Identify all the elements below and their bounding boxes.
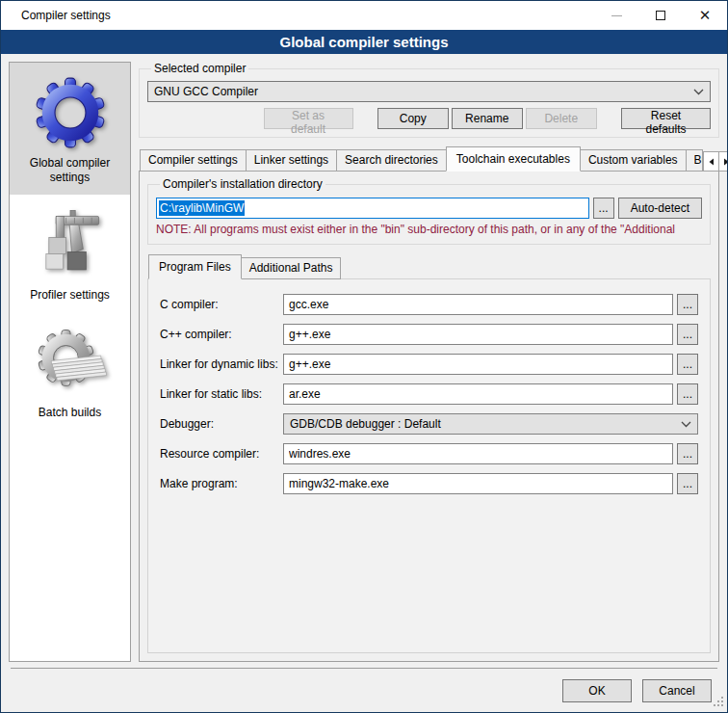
c-compiler-browse-button[interactable]: ... bbox=[677, 294, 698, 315]
resource-compiler-browse-button[interactable]: ... bbox=[677, 443, 698, 464]
installation-directory-value: C:\raylib\MinGW bbox=[159, 200, 245, 216]
tab-compiler-settings[interactable]: Compiler settings bbox=[140, 149, 247, 172]
installation-directory-input[interactable]: C:\raylib\MinGW bbox=[156, 198, 589, 219]
ok-button[interactable]: OK bbox=[562, 679, 632, 702]
sidebar-item-label: Global compiler settings bbox=[13, 156, 126, 185]
caliper-icon bbox=[32, 207, 109, 282]
toolchain-executables-page: Compiler's installation directory C:\ray… bbox=[139, 171, 719, 662]
subtab-additional-paths[interactable]: Additional Paths bbox=[241, 257, 342, 279]
dynamic-linker-label: Linker for dynamic libs: bbox=[160, 357, 283, 371]
copy-button[interactable]: Copy bbox=[377, 108, 449, 129]
minimize-button[interactable] bbox=[594, 1, 638, 30]
blue-gear-icon bbox=[32, 75, 109, 150]
reset-defaults-button[interactable]: Reset defaults bbox=[621, 108, 711, 129]
cpp-compiler-browse-button[interactable]: ... bbox=[677, 324, 698, 345]
tab-scroll-left-button[interactable] bbox=[703, 151, 719, 172]
set-as-default-button[interactable]: Set as default bbox=[264, 108, 353, 129]
subtab-program-files[interactable]: Program Files bbox=[148, 254, 242, 279]
resize-grip-icon[interactable] bbox=[712, 695, 724, 710]
c-compiler-label: C compiler: bbox=[160, 298, 283, 311]
rename-button[interactable]: Rename bbox=[452, 108, 523, 129]
sidebar-item-global-compiler-settings[interactable]: Global compiler settings bbox=[10, 63, 130, 195]
debugger-select[interactable]: GDB/CDB debugger : Default bbox=[283, 413, 698, 435]
chevron-down-icon bbox=[681, 417, 691, 431]
program-files-page: C compiler: ... C++ compiler: ... Linker… bbox=[147, 278, 711, 653]
selected-compiler-group: Selected compiler GNU GCC Compiler Set a… bbox=[139, 62, 719, 138]
chevron-down-icon bbox=[693, 85, 704, 98]
close-icon: ✕ bbox=[699, 9, 712, 23]
resource-compiler-input[interactable] bbox=[283, 443, 673, 464]
dynamic-linker-browse-button[interactable]: ... bbox=[677, 354, 698, 375]
delete-button[interactable]: Delete bbox=[526, 108, 597, 129]
maximize-button[interactable] bbox=[638, 1, 683, 30]
tab-toolchain-executables[interactable]: Toolchain executables bbox=[446, 146, 581, 172]
tab-build-options[interactable]: Build options bbox=[686, 149, 703, 172]
settings-category-list: Global compiler settings bbox=[9, 62, 131, 662]
minimize-icon bbox=[611, 15, 622, 16]
installation-directory-browse-button[interactable]: ... bbox=[593, 198, 614, 219]
compiler-tabs: Compiler settings Linker settings Search… bbox=[139, 146, 719, 172]
gray-gear-stack-icon bbox=[32, 325, 109, 400]
maximize-icon bbox=[656, 11, 665, 20]
tab-scrollers bbox=[703, 151, 728, 172]
selected-compiler-legend: Selected compiler bbox=[151, 62, 248, 75]
close-button[interactable]: ✕ bbox=[683, 1, 727, 30]
cpp-compiler-label: C++ compiler: bbox=[160, 328, 283, 341]
sidebar-item-batch-builds[interactable]: Batch builds bbox=[10, 312, 130, 430]
installation-note: NOTE: All programs must exist either in … bbox=[156, 223, 702, 236]
tab-custom-variables[interactable]: Custom variables bbox=[580, 149, 687, 172]
tab-linker-settings[interactable]: Linker settings bbox=[246, 149, 337, 172]
debugger-select-value: GDB/CDB debugger : Default bbox=[290, 417, 675, 431]
auto-detect-button[interactable]: Auto-detect bbox=[618, 198, 702, 219]
make-program-browse-button[interactable]: ... bbox=[677, 473, 698, 494]
cancel-button[interactable]: Cancel bbox=[642, 679, 712, 702]
dynamic-linker-input[interactable] bbox=[283, 354, 673, 375]
tab-search-directories[interactable]: Search directories bbox=[336, 149, 447, 172]
installation-directory-legend: Compiler's installation directory bbox=[160, 177, 325, 191]
installation-directory-group: Compiler's installation directory C:\ray… bbox=[147, 177, 711, 245]
arrow-left-icon bbox=[708, 158, 715, 166]
dialog-footer: OK Cancel bbox=[11, 668, 717, 712]
toolchain-subtabs: Program Files Additional Paths bbox=[147, 254, 711, 279]
arrow-right-icon bbox=[723, 158, 728, 166]
page-title: Global compiler settings bbox=[1, 30, 727, 54]
static-linker-input[interactable] bbox=[283, 383, 673, 405]
compiler-select[interactable]: GNU GCC Compiler bbox=[147, 81, 711, 102]
compiler-select-value: GNU GCC Compiler bbox=[154, 85, 688, 98]
cpp-compiler-input[interactable] bbox=[283, 324, 673, 345]
static-linker-label: Linker for static libs: bbox=[160, 387, 283, 401]
sidebar-item-label: Profiler settings bbox=[30, 288, 110, 303]
make-program-label: Make program: bbox=[160, 477, 283, 490]
make-program-input[interactable] bbox=[283, 473, 673, 494]
window-title: Compiler settings bbox=[1, 9, 111, 22]
static-linker-browse-button[interactable]: ... bbox=[677, 383, 698, 405]
c-compiler-input[interactable] bbox=[283, 294, 673, 315]
debugger-label: Debugger: bbox=[160, 417, 283, 431]
resource-compiler-label: Resource compiler: bbox=[160, 447, 283, 461]
titlebar: Compiler settings ✕ bbox=[1, 1, 727, 30]
sidebar-item-profiler-settings[interactable]: Profiler settings bbox=[10, 195, 130, 312]
compiler-settings-dialog: Compiler settings ✕ Global compiler sett… bbox=[0, 0, 728, 713]
tab-scroll-right-button[interactable] bbox=[718, 151, 728, 172]
sidebar-item-label: Batch builds bbox=[39, 406, 101, 420]
